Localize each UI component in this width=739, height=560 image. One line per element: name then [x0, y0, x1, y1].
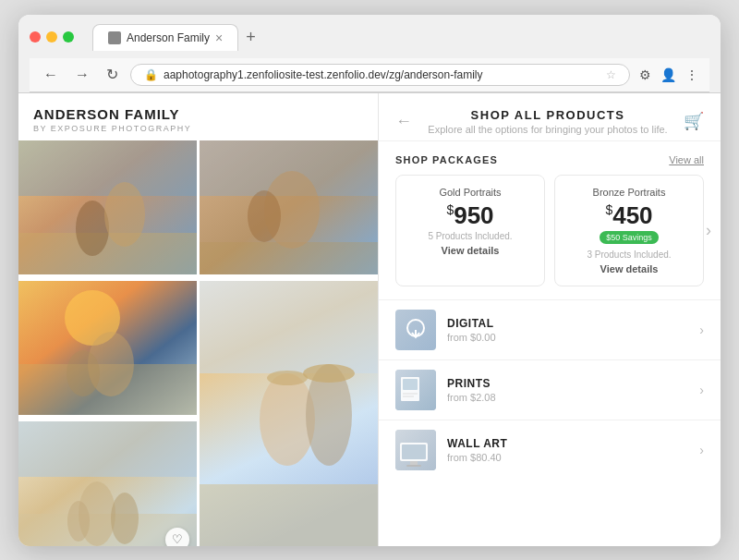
svg-point-3 — [76, 201, 109, 256]
svg-rect-17 — [200, 484, 378, 546]
back-button[interactable]: ← — [39, 65, 63, 85]
menu-button[interactable]: ⋮ — [684, 66, 700, 84]
savings-badge: $50 Savings — [600, 231, 659, 244]
photo-cell-4[interactable] — [200, 281, 378, 546]
product-name-digital: DIGITAL — [447, 317, 688, 330]
product-price-prints: from $2.08 — [447, 392, 688, 403]
product-name-wall-art: WALL ART — [447, 437, 688, 450]
lock-icon: 🔒 — [144, 68, 158, 81]
product-row-wall-art[interactable]: WALL ART from $80.40 › — [379, 420, 721, 480]
prints-icon — [395, 370, 436, 410]
gallery-subtitle: BY EXPOSURE PHOTOGRAPHY — [33, 124, 363, 133]
section-header: SHOP PACKAGES View all — [395, 154, 704, 165]
wall-art-thumb — [395, 430, 436, 470]
product-price-digital: from $0.00 — [447, 332, 688, 343]
svg-rect-23 — [18, 421, 197, 477]
package-card-bronze[interactable]: Bronze Portraits $450 $50 Savings 3 Prod… — [554, 175, 704, 286]
product-info-prints: PRINTS from $2.08 — [447, 377, 688, 403]
gallery-brand: ANDERSON FAMILY — [33, 106, 363, 122]
package-price-gold: $950 — [409, 203, 531, 227]
cart-button[interactable]: 🛒 — [684, 111, 704, 131]
prints-chevron-icon: › — [699, 383, 704, 397]
address-text: aaphotography1.zenfoliosite-test.zenfoli… — [164, 68, 600, 81]
svg-point-27 — [67, 501, 90, 542]
close-window-button[interactable] — [30, 31, 41, 43]
packages-section-title: SHOP PACKAGES — [395, 154, 498, 165]
svg-rect-38 — [410, 461, 418, 465]
new-tab-button[interactable]: + — [238, 24, 263, 51]
shop-header: ← SHOP ALL PRODUCTS Explore all the opti… — [379, 93, 721, 141]
package-details-bronze[interactable]: View details — [568, 263, 690, 274]
svg-point-9 — [248, 190, 281, 242]
toolbar-icons: ⚙ 👤 ⋮ — [637, 66, 700, 84]
svg-rect-32 — [403, 379, 418, 390]
tab-favicon — [108, 31, 121, 44]
maximize-window-button[interactable] — [63, 31, 74, 43]
tab-title: Anderson Family — [127, 31, 210, 44]
browser-chrome: Anderson Family × + ← → ↻ 🔒 aaphotograph… — [18, 15, 721, 93]
package-details-gold[interactable]: View details — [409, 245, 531, 256]
shop-title-text: SHOP ALL PRODUCTS — [412, 108, 684, 122]
prints-thumb — [395, 370, 436, 410]
shop-back-button[interactable]: ← — [395, 112, 412, 131]
package-products-bronze: 3 Products Included. — [568, 250, 690, 260]
packages-wrapper: Gold Portraits $950 5 Products Included.… — [395, 175, 704, 286]
shop-panel: ← SHOP ALL PRODUCTS Explore all the opti… — [379, 93, 721, 546]
wall-art-chevron-icon: › — [699, 443, 704, 457]
svg-point-26 — [111, 493, 139, 544]
package-price-bronze: $450 — [568, 203, 690, 227]
reload-button[interactable]: ↻ — [102, 64, 123, 85]
photo-cell-5[interactable]: ♡ — [18, 421, 197, 546]
address-bar[interactable]: 🔒 aaphotography1.zenfoliosite-test.zenfo… — [130, 64, 630, 86]
svg-point-4 — [104, 182, 145, 247]
packages-section: SHOP PACKAGES View all Gold Portraits $9… — [379, 141, 721, 286]
extensions-button[interactable]: ⚙ — [637, 66, 653, 84]
product-name-prints: PRINTS — [447, 377, 688, 390]
product-row-digital[interactable]: DIGITAL from $0.00 › — [379, 299, 721, 359]
package-products-gold: 5 Products Included. — [409, 231, 531, 241]
wall-art-icon — [395, 430, 436, 470]
svg-point-21 — [267, 371, 308, 385]
minimize-window-button[interactable] — [46, 31, 57, 43]
svg-rect-37 — [402, 444, 426, 459]
packages-nav-arrow[interactable]: › — [706, 221, 711, 240]
shop-subtitle: Explore all the options for bringing you… — [412, 124, 684, 135]
photo-grid: ♡ — [18, 140, 378, 546]
product-info-wall-art: WALL ART from $80.40 — [447, 437, 688, 463]
page-content: ANDERSON FAMILY BY EXPOSURE PHOTOGRAPHY — [18, 93, 721, 546]
packages-grid: Gold Portraits $950 5 Products Included.… — [395, 175, 704, 286]
tab-close-button[interactable]: × — [215, 30, 223, 45]
product-price-wall-art: from $80.40 — [447, 452, 688, 463]
package-name-bronze: Bronze Portraits — [568, 187, 690, 198]
photo-cell-2[interactable] — [200, 140, 378, 278]
package-card-gold[interactable]: Gold Portraits $950 5 Products Included.… — [395, 175, 545, 286]
view-all-link[interactable]: View all — [669, 154, 704, 165]
package-name-gold: Gold Portraits — [409, 187, 531, 198]
svg-rect-1 — [18, 140, 197, 196]
active-tab[interactable]: Anderson Family × — [92, 24, 238, 51]
photo-cell-3[interactable] — [18, 281, 197, 419]
window-buttons — [30, 31, 74, 43]
svg-point-20 — [303, 364, 355, 383]
profile-button[interactable]: 👤 — [659, 66, 678, 84]
svg-rect-39 — [406, 465, 421, 467]
product-info-digital: DIGITAL from $0.00 — [447, 317, 688, 343]
photo-cell-1[interactable] — [18, 140, 197, 278]
forward-button[interactable]: → — [70, 65, 94, 85]
browser-toolbar: ← → ↻ 🔒 aaphotography1.zenfoliosite-test… — [30, 58, 709, 92]
digital-thumb — [395, 310, 436, 350]
browser-controls: Anderson Family × + — [30, 24, 709, 51]
gallery-header: ANDERSON FAMILY BY EXPOSURE PHOTOGRAPHY — [18, 93, 378, 140]
gallery-panel: ANDERSON FAMILY BY EXPOSURE PHOTOGRAPHY — [18, 93, 379, 546]
shop-title: SHOP ALL PRODUCTS Explore all the option… — [412, 108, 684, 135]
digital-chevron-icon: › — [699, 323, 704, 337]
tab-bar: Anderson Family × + — [92, 24, 263, 51]
product-row-prints[interactable]: PRINTS from $2.08 › — [379, 359, 721, 420]
svg-point-14 — [67, 350, 100, 396]
digital-icon — [403, 317, 429, 343]
bookmark-icon[interactable]: ☆ — [606, 68, 616, 81]
browser-window: Anderson Family × + ← → ↻ 🔒 aaphotograph… — [18, 15, 721, 546]
svg-rect-16 — [200, 281, 378, 373]
products-section: DIGITAL from $0.00 › — [379, 299, 721, 480]
